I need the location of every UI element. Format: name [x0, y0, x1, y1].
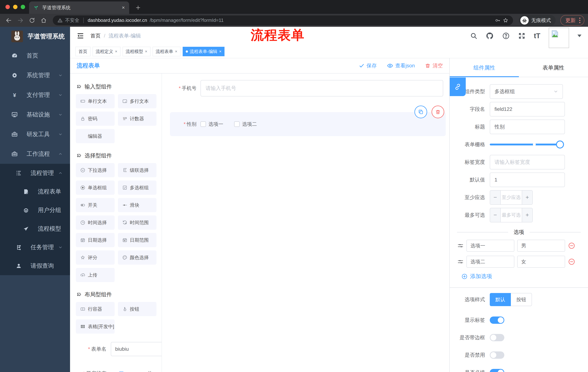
max-select-value[interactable]: 最多可选	[501, 208, 522, 222]
option2-value-input[interactable]	[517, 256, 565, 268]
browser-menu-icon[interactable]	[579, 18, 580, 23]
label-width-input[interactable]	[490, 155, 565, 170]
gender-checkbox-option1[interactable]: 选项一	[200, 121, 223, 128]
sidebar-item-user-group[interactable]: 用户分组	[0, 201, 70, 220]
breadcrumb-home[interactable]: 首页	[90, 32, 101, 39]
forward-button[interactable]	[15, 15, 25, 25]
form-canvas[interactable]: *手机号	[162, 74, 449, 372]
palette-item-date-picker[interactable]: 日期选择	[76, 233, 115, 247]
component-type-select[interactable]: 多选框组	[490, 84, 563, 99]
tag-process-form-edit[interactable]: 流程表单-编辑×	[183, 47, 225, 56]
sidebar-item-process-form[interactable]: 流程表单	[0, 182, 70, 201]
palette-item-select[interactable]: 下拉选择	[76, 163, 115, 177]
sidebar-item-devtools[interactable]: 研发工具	[0, 125, 70, 144]
palette-item-radio-group[interactable]: 单选框组	[76, 181, 115, 195]
form-name-input[interactable]	[111, 342, 162, 356]
palette-item-cascader[interactable]: 级联选择	[118, 163, 157, 177]
clear-button[interactable]: 清空	[425, 62, 443, 69]
palette-item-upload[interactable]: 上传	[76, 268, 115, 282]
remove-option-icon[interactable]	[568, 242, 575, 249]
back-button[interactable]	[4, 15, 14, 25]
option1-value-input[interactable]	[517, 240, 565, 252]
reload-button[interactable]	[27, 15, 37, 25]
sidebar-item-system[interactable]: 系统管理	[0, 65, 70, 85]
palette-item-editor[interactable]: 编辑器	[76, 129, 115, 143]
minus-button[interactable]: −	[490, 208, 501, 222]
style-default-button[interactable]: 默认	[490, 293, 511, 306]
palette-item-date-range[interactable]: 日期范围	[118, 233, 157, 247]
sidebar-item-process-model[interactable]: 流程模型	[0, 220, 70, 238]
option2-text-input[interactable]	[466, 256, 514, 268]
new-tab-button[interactable]	[134, 3, 142, 12]
plus-button[interactable]: +	[522, 208, 532, 222]
tag-process-form[interactable]: 流程表单×	[153, 47, 180, 56]
palette-item-counter[interactable]: 123 计数器	[118, 112, 157, 126]
palette-item-time-range[interactable]: 时间范围	[118, 215, 157, 230]
copy-field-button[interactable]	[414, 106, 427, 118]
slider-handle[interactable]	[556, 140, 564, 149]
palette-item-time-picker[interactable]: 时间选择	[76, 215, 115, 230]
style-button-button[interactable]: 按钮	[511, 293, 532, 306]
sidebar-item-leave-query[interactable]: 请假查询	[0, 257, 70, 275]
palette-item-checkbox-group[interactable]: 多选框组	[118, 181, 157, 195]
palette-item-switch[interactable]: 开关	[76, 198, 115, 212]
phone-input[interactable]	[200, 80, 443, 96]
tag-process-definition[interactable]: 流程定义×	[93, 47, 120, 56]
tab-form-props[interactable]: 表单属性	[519, 58, 588, 77]
palette-item-slider[interactable]: 滑块	[118, 198, 157, 212]
grid-slider[interactable]	[490, 144, 563, 145]
traffic-light-minimize[interactable]	[13, 5, 18, 9]
sidebar-item-infrastructure[interactable]: 基础设施	[0, 105, 70, 125]
show-label-toggle[interactable]	[490, 317, 504, 324]
border-toggle[interactable]	[490, 334, 504, 341]
font-size-icon[interactable]: tT	[534, 32, 540, 40]
close-tab-icon[interactable]: ×	[122, 5, 125, 11]
close-icon[interactable]: ×	[219, 49, 221, 54]
close-icon[interactable]: ×	[175, 49, 177, 54]
minus-button[interactable]: −	[490, 191, 501, 204]
avatar-caret-icon[interactable]	[578, 35, 581, 37]
canvas-field-gender-selected[interactable]: *性别 选项一 选项二	[170, 112, 446, 136]
tab-component-props[interactable]: 组件属性	[450, 58, 519, 77]
search-icon[interactable]	[470, 32, 477, 40]
status-radio-on[interactable]: 开启	[111, 370, 128, 372]
max-select-stepper[interactable]: − 最多可选 +	[490, 208, 533, 223]
traffic-light-close[interactable]	[5, 5, 10, 9]
fullscreen-icon[interactable]	[518, 32, 525, 40]
close-icon[interactable]: ×	[145, 49, 147, 54]
save-button[interactable]: 保存	[359, 62, 377, 69]
min-select-value[interactable]: 至少应选	[501, 191, 522, 204]
browser-tab[interactable]: 芋道管理系统 ×	[29, 1, 129, 14]
gender-checkbox-option2[interactable]: 选项二	[234, 121, 257, 128]
sidebar-item-home[interactable]: 首页	[0, 46, 70, 65]
plus-button[interactable]: +	[522, 191, 532, 204]
github-icon[interactable]	[486, 32, 494, 40]
tag-process-model[interactable]: 流程模型×	[123, 47, 150, 56]
palette-item-row-container[interactable]: 行容器	[76, 302, 115, 316]
traffic-light-zoom[interactable]	[21, 5, 25, 9]
sidebar-item-process-management[interactable]: 流程管理	[0, 164, 70, 182]
palette-item-password[interactable]: 密码	[76, 112, 115, 126]
palette-item-button[interactable]: 按钮	[118, 302, 157, 316]
palette-item-single-line-text[interactable]: 单行文本	[76, 94, 115, 108]
view-json-button[interactable]: 查看json	[387, 62, 415, 69]
disabled-toggle[interactable]	[490, 351, 504, 359]
bookmark-star-icon[interactable]	[503, 18, 508, 23]
palette-item-table[interactable]: 表格[开发中]	[76, 319, 115, 334]
min-select-stepper[interactable]: − 至少应选 +	[490, 190, 533, 205]
sidebar-item-task-management[interactable]: 任务管理	[0, 238, 70, 257]
drag-handle-icon[interactable]	[457, 259, 463, 265]
option1-text-input[interactable]	[466, 240, 514, 252]
data-binding-tag[interactable]	[450, 77, 466, 96]
palette-item-color-picker[interactable]: 颜色选择	[118, 250, 157, 265]
tag-home[interactable]: 首页	[75, 47, 90, 56]
title-input[interactable]	[490, 120, 565, 134]
home-button[interactable]	[39, 15, 49, 25]
status-radio-off[interactable]: 关闭	[139, 370, 157, 372]
canvas-field-phone[interactable]: *手机号	[170, 80, 446, 96]
palette-item-multi-line-text[interactable]: 多行文本	[118, 94, 157, 108]
drag-handle-icon[interactable]	[457, 243, 463, 249]
delete-field-button[interactable]	[431, 106, 444, 118]
default-value-input[interactable]	[490, 172, 565, 187]
sidebar-collapse-icon[interactable]	[77, 32, 84, 40]
